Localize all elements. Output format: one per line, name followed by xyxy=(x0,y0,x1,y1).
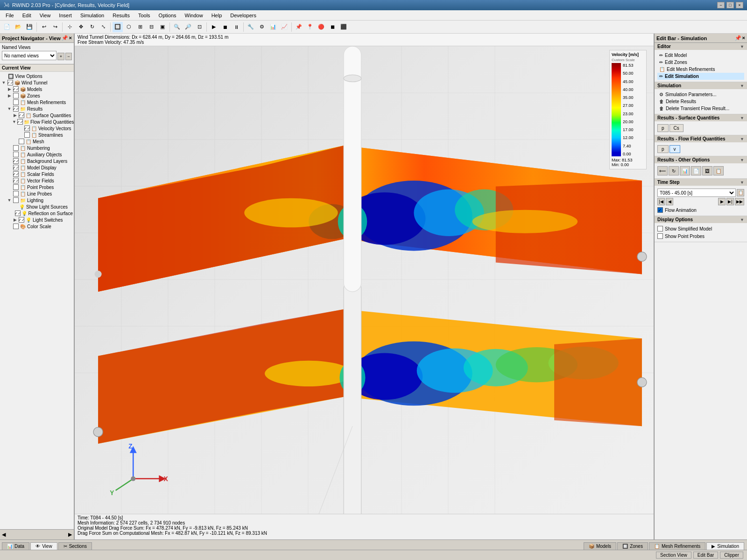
tree-check[interactable]: ✓ xyxy=(13,178,19,183)
left-scroll-left[interactable]: ◀ xyxy=(2,532,6,538)
menu-edit[interactable]: Edit xyxy=(19,12,35,19)
tab-models[interactable]: 📦 Models xyxy=(584,542,616,550)
results-surface-dropdown[interactable]: ▼ xyxy=(740,116,744,120)
tb-zoom-out[interactable]: 🔎 xyxy=(183,22,193,32)
tree-light-switches[interactable]: ▶ ✓ 💡 Light Switches xyxy=(1,217,73,223)
tb-save[interactable]: 💾 xyxy=(24,22,35,32)
tree-check[interactable] xyxy=(13,99,19,105)
menu-view[interactable]: View xyxy=(36,12,55,19)
tree-check[interactable]: ✓ xyxy=(13,158,19,164)
surface-tab-cs[interactable]: Cs xyxy=(669,124,684,132)
results-other-dropdown[interactable]: ▼ xyxy=(740,158,744,162)
menu-window[interactable]: Window xyxy=(181,12,207,19)
display-options-dropdown[interactable]: ▼ xyxy=(740,217,744,222)
tb-open[interactable]: 📂 xyxy=(13,22,23,32)
edit-bar-btn[interactable]: Edit Bar xyxy=(693,552,719,559)
tab-data[interactable]: 📊 Data xyxy=(2,542,29,550)
tree-check[interactable] xyxy=(13,93,19,98)
close-button[interactable]: × xyxy=(736,2,743,8)
tab-mesh-refinements[interactable]: 📋 Mesh Refinements xyxy=(649,542,705,550)
tb-scale[interactable]: ⤡ xyxy=(98,22,108,32)
tab-simulation[interactable]: ▶ Simulation xyxy=(706,542,744,550)
editbar-close[interactable]: × xyxy=(742,35,745,41)
tree-check[interactable]: ✓ xyxy=(17,119,23,125)
remove-view-btn[interactable]: − xyxy=(65,53,72,60)
tree-check[interactable] xyxy=(13,152,19,157)
tree-model-display[interactable]: ✓ 📋 Model Display xyxy=(1,164,73,171)
tree-check[interactable] xyxy=(13,184,19,190)
menu-insert[interactable]: Insert xyxy=(55,12,76,19)
simulation-dropdown[interactable]: ▼ xyxy=(740,84,744,88)
tree-view-options[interactable]: 🔲 View Options xyxy=(1,73,73,79)
time-nav-first[interactable]: |◀ xyxy=(657,198,665,205)
tree-check[interactable] xyxy=(13,191,19,196)
tree-check[interactable] xyxy=(24,132,30,138)
tree-check[interactable]: ✓ xyxy=(19,112,24,118)
viewport[interactable]: Wind Tunnel Dimensions: Dx = 628.44 m, D… xyxy=(75,34,654,539)
opt-icon-2[interactable]: ↻ xyxy=(669,166,679,175)
tb-view3[interactable]: ⊞ xyxy=(135,22,145,32)
tb-move[interactable]: ✥ xyxy=(76,22,86,32)
tb-select[interactable]: ⊹ xyxy=(64,22,75,32)
simulation-params-btn[interactable]: ⚙ Simulation Parameters... xyxy=(657,91,744,98)
delete-transient-btn[interactable]: 🗑 Delete Transient Flow Result... xyxy=(657,105,744,112)
tree-vector-fields[interactable]: ✓ 📋 Vector Fields xyxy=(1,177,73,184)
tree-check[interactable]: ✓ xyxy=(13,86,19,92)
tb-view4[interactable]: ⊟ xyxy=(146,22,156,32)
tree-scalar-fields[interactable]: ✓ 📋 Scalar Fields xyxy=(1,171,73,177)
tab-zones[interactable]: 🔲 Zones xyxy=(617,542,648,550)
tree-check[interactable]: ✓ xyxy=(19,217,24,223)
tree-results[interactable]: ▼ ✓ 📁 Results xyxy=(1,105,73,112)
section-view-btn[interactable]: Section View xyxy=(656,552,691,559)
tb-misc4[interactable]: ◼ xyxy=(327,22,338,32)
tb-options1[interactable]: 🔧 xyxy=(246,22,256,32)
tb-view5[interactable]: ▣ xyxy=(157,22,168,32)
opt-icon-1[interactable]: ⟵ xyxy=(657,166,668,175)
opt-icon-3[interactable]: 📊 xyxy=(680,166,690,175)
menu-tools[interactable]: Tools xyxy=(134,12,154,19)
tree-check[interactable] xyxy=(13,145,19,151)
tb-rotate[interactable]: ↻ xyxy=(87,22,97,32)
tab-sections[interactable]: ✂ Sections xyxy=(58,542,92,550)
tree-check[interactable] xyxy=(13,224,19,229)
tb-undo[interactable]: ↩ xyxy=(39,22,49,32)
tree-background-layers[interactable]: ✓ 📋 Background Layers xyxy=(1,158,73,164)
tree-check[interactable]: ✓ xyxy=(13,165,19,170)
tb-view2[interactable]: ⬡ xyxy=(124,22,134,32)
menu-developers[interactable]: Developers xyxy=(226,12,260,19)
show-point-probes-cb[interactable] xyxy=(657,233,663,239)
tb-new[interactable]: 📄 xyxy=(2,22,12,32)
tree-color-scale[interactable]: 🎨 Color Scale xyxy=(1,223,73,230)
tree-line-probes[interactable]: 📋 Line Probes xyxy=(1,190,73,197)
tree-mesh-refinements[interactable]: 📋 Mesh Refinements xyxy=(1,99,73,105)
delete-results-btn[interactable]: 🗑 Delete Results xyxy=(657,98,744,105)
tree-reflection[interactable]: ✓ 💡 Reflection on Surface xyxy=(1,210,73,217)
tb-options3[interactable]: 📊 xyxy=(268,22,278,32)
tree-mesh[interactable]: 📋 Mesh xyxy=(1,138,73,145)
tree-show-light-sources[interactable]: 💡 Show Light Sources xyxy=(1,203,73,210)
timestep-dropdown-arrow[interactable]: ▼ xyxy=(740,180,744,185)
opt-icon-6[interactable]: 📋 xyxy=(713,166,724,175)
timestep-list-btn[interactable]: 📋 xyxy=(737,189,744,196)
clipper-btn[interactable]: Clipper xyxy=(720,552,743,559)
named-views-dropdown[interactable]: No named views xyxy=(2,51,56,60)
tree-check[interactable]: ✓ xyxy=(24,126,30,131)
tree-check[interactable]: ✓ xyxy=(15,210,21,216)
opt-icon-5[interactable]: 🖼 xyxy=(702,166,712,175)
tb-options4[interactable]: 📈 xyxy=(279,22,289,32)
tree-check[interactable] xyxy=(19,139,24,144)
tree-streamlines[interactable]: 📋 Streamlines xyxy=(1,132,73,138)
pnav-pin[interactable]: 📌 xyxy=(62,35,68,41)
flow-tab-v[interactable]: v xyxy=(669,145,680,153)
tree-wind-tunnel[interactable]: ▼ ✓ 📦 Wind Tunnel xyxy=(1,79,73,86)
flow-tab-p[interactable]: p xyxy=(657,145,669,153)
tb-fit[interactable]: ⊡ xyxy=(194,22,204,32)
viewport-canvas[interactable]: Z Y X xyxy=(75,46,654,514)
opt-icon-4[interactable]: 📄 xyxy=(691,166,701,175)
tb-zoom-in[interactable]: 🔍 xyxy=(172,22,182,32)
menu-file[interactable]: File xyxy=(2,12,18,19)
tb-misc1[interactable]: 📌 xyxy=(294,22,304,32)
tree-zones[interactable]: ▶ 📦 Zones xyxy=(1,92,73,99)
edit-simulation-btn[interactable]: ✏ Edit Simulation xyxy=(657,73,744,80)
tb-simulation[interactable]: ▶ xyxy=(209,22,219,32)
